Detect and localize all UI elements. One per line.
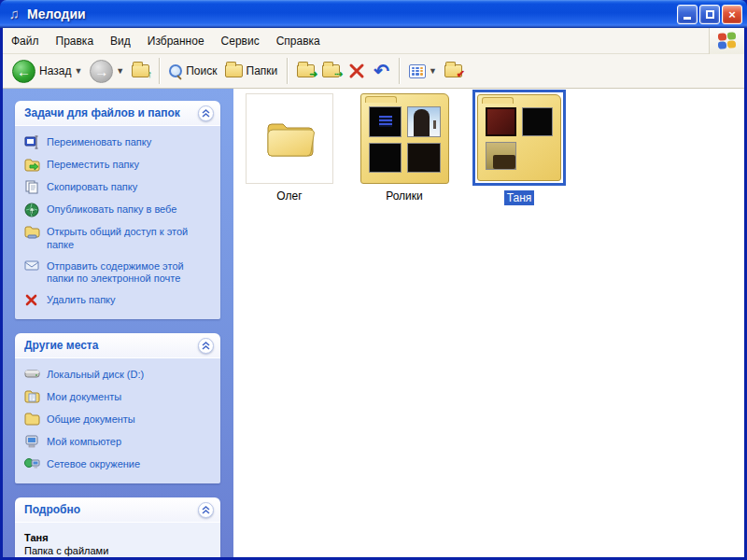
task-share-folder[interactable]: Открыть общий доступ к этой папке (24, 225, 213, 252)
panel-details: Подробно Таня Папка с файлами Изменен: 1… (15, 497, 220, 557)
task-move-folder[interactable]: Переместить папку (24, 158, 213, 173)
menu-file[interactable]: Файл (3, 30, 48, 52)
chevron-up-icon (201, 108, 211, 119)
panel-header[interactable]: Другие места (15, 333, 220, 357)
folder-thumbnail-icon (477, 94, 561, 181)
back-icon: ← (12, 60, 35, 83)
copy-icon (24, 180, 41, 195)
rename-icon (24, 135, 41, 150)
folder-item-oleg[interactable]: Олег (241, 93, 338, 203)
task-copy-folder[interactable]: Скопировать папку (24, 180, 213, 195)
panel-title: Другие места (24, 339, 98, 352)
maximize-icon (706, 10, 714, 19)
menu-help[interactable]: Справка (268, 30, 329, 52)
panel-body: Переименовать папку Переместить папку Ск… (15, 125, 220, 319)
panel-body: Таня Папка с файлами Изменен: 18 января … (15, 522, 220, 557)
toolbar: ← Назад ▼ → ▼ ↑ Поиск Папки ➜ ⇢ (3, 54, 744, 89)
menu-tools[interactable]: Сервис (213, 30, 268, 52)
folder-item-roliki[interactable]: Ролики (356, 93, 453, 203)
views-button[interactable]: ▼ (405, 62, 441, 81)
delete-button[interactable] (344, 59, 370, 83)
toolbar-separator (159, 58, 160, 84)
folders-button[interactable]: Папки (221, 62, 282, 80)
task-email-folder[interactable]: Отправить содержимое этой папки по элект… (24, 259, 213, 287)
folder-label: Ролики (383, 189, 426, 203)
thumbnail-frame (246, 93, 333, 184)
panel-file-folder-tasks: Задачи для файлов и папок Переименовать … (15, 101, 220, 319)
up-button[interactable]: ↑ (128, 62, 153, 80)
my-computer-icon (24, 435, 41, 450)
menu-edit[interactable]: Правка (48, 30, 103, 52)
video-thumbnail (407, 106, 441, 137)
menu-view[interactable]: Вид (102, 30, 139, 52)
place-my-documents[interactable]: Мои документы (24, 390, 213, 405)
back-button[interactable]: ← Назад ▼ (8, 57, 86, 86)
panel-header[interactable]: Подробно (15, 497, 220, 522)
task-delete-folder[interactable]: Удалить папку (24, 293, 213, 308)
collapse-button[interactable] (198, 502, 214, 518)
task-pane: Задачи для файлов и папок Переименовать … (3, 89, 233, 557)
task-rename-folder[interactable]: Переименовать папку (24, 135, 213, 150)
video-thumbnail (369, 143, 402, 174)
forward-dropdown-icon[interactable]: ▼ (116, 66, 124, 76)
minimize-icon (684, 17, 691, 20)
folders-icon (225, 64, 243, 77)
move-icon (24, 158, 41, 173)
folder-icon (264, 119, 315, 160)
undo-button[interactable]: ↶ (370, 59, 393, 83)
email-icon (24, 259, 41, 274)
maximize-button[interactable] (699, 5, 720, 24)
chevron-up-icon (201, 505, 211, 515)
task-publish-folder[interactable]: Опубликовать папку в вебе (24, 203, 213, 217)
menu-favorites[interactable]: Избранное (139, 30, 213, 52)
favorites-sync-button[interactable]: ✔ (441, 62, 466, 80)
search-button[interactable]: Поиск (165, 62, 220, 80)
network-icon (24, 457, 41, 472)
disk-icon (24, 368, 41, 383)
place-my-computer[interactable]: Мой компьютер (24, 435, 213, 450)
video-thumbnail (369, 106, 402, 137)
views-icon (409, 64, 426, 78)
back-label: Назад (39, 64, 71, 77)
views-dropdown-icon[interactable]: ▼ (429, 66, 437, 76)
explorer-window: ♫ Мелодии × Файл Правка Вид Избранное Се… (0, 0, 747, 560)
close-button[interactable]: × (722, 5, 742, 24)
search-label: Поиск (186, 64, 217, 77)
search-icon (169, 64, 182, 77)
folder-label-selected: Таня (504, 190, 535, 205)
toolbar-separator (399, 58, 400, 84)
up-folder-icon: ↑ (132, 64, 149, 77)
delete-icon (24, 293, 41, 308)
move-to-icon: ➜ (297, 64, 315, 77)
folder-thumbnail-icon (360, 93, 449, 184)
folder-item-tanya[interactable]: Таня (471, 90, 568, 205)
selection-frame (472, 90, 566, 186)
my-documents-icon (24, 390, 41, 405)
panel-other-places: Другие места Локальный диск (D:) Мои док… (15, 333, 220, 483)
panel-body: Локальный диск (D:) Мои документы Общие … (15, 357, 220, 483)
move-to-button[interactable]: ➜ (293, 62, 318, 80)
minimize-button[interactable] (677, 5, 698, 24)
title-bar: ♫ Мелодии × (0, 0, 747, 28)
menu-bar: Файл Правка Вид Избранное Сервис Справка (3, 28, 744, 54)
place-network[interactable]: Сетевое окружение (24, 457, 213, 472)
forward-button[interactable]: → ▼ (86, 57, 128, 86)
image-thumbnail (486, 107, 516, 136)
collapse-button[interactable] (198, 105, 214, 121)
place-local-disk-d[interactable]: Локальный диск (D:) (24, 368, 213, 383)
windows-flag-icon (718, 32, 736, 49)
favorites-folder-icon: ✔ (444, 64, 462, 77)
back-dropdown-icon[interactable]: ▼ (74, 66, 82, 76)
window-title: Мелодии (27, 7, 675, 21)
panel-title: Задачи для файлов и папок (24, 106, 180, 119)
panel-header[interactable]: Задачи для файлов и папок (15, 101, 220, 125)
collapse-button[interactable] (198, 338, 214, 354)
copy-to-button[interactable]: ⇢ (318, 62, 344, 80)
windows-logo (709, 28, 744, 54)
file-list-area[interactable]: Олег Ролики (233, 89, 744, 557)
close-icon: × (728, 7, 736, 21)
folders-label: Папки (247, 64, 278, 77)
place-shared-documents[interactable]: Общие документы (24, 413, 213, 427)
image-thumbnail (486, 142, 516, 171)
toolbar-separator (287, 58, 288, 84)
